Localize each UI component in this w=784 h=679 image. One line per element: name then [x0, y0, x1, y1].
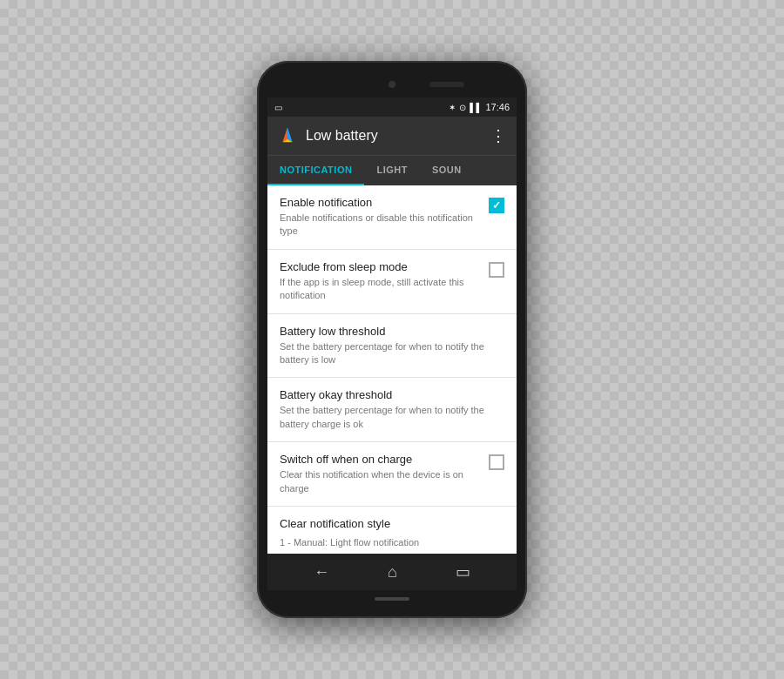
checkbox-exclude-sleep[interactable] [489, 262, 504, 278]
setting-switch-off-charge-title: Switch off when on charge [280, 453, 482, 466]
clear-notification-list: 1 - Manual: Light flow notification 2 - … [280, 535, 504, 554]
setting-enable-notification-title: Enable notification [280, 196, 482, 209]
setting-enable-notification[interactable]: Enable notification Enable notifications… [267, 185, 517, 250]
app-bar: Low battery ⋮ [267, 117, 517, 155]
status-bar: ▭ ✶ ⊙ ▌▌ 17:46 [267, 97, 517, 117]
setting-exclude-sleep-desc: If the app is in sleep mode, still activ… [280, 276, 482, 303]
wifi-icon: ⊙ [459, 103, 466, 112]
phone-device: ▭ ✶ ⊙ ▌▌ 17:46 Low battery ⋮ NOTIFICATIO… [257, 61, 527, 618]
camera [389, 81, 395, 88]
clear-list-item-1: 1 - Manual: Light flow notification [280, 535, 504, 551]
checkbox-enable-notification[interactable] [489, 198, 504, 213]
status-time: 17:46 [485, 102, 510, 112]
status-left-icons: ▭ [274, 103, 282, 112]
tabs-bar: NOTIFICATION LIGHT SOUN [267, 155, 517, 185]
tab-sound[interactable]: SOUN [420, 156, 474, 185]
setting-battery-okay-desc: Set the battery percentage for when to n… [280, 404, 504, 431]
app-title: Low battery [306, 128, 490, 144]
bottom-nav: ← ⌂ ▭ [267, 554, 517, 590]
recent-apps-button[interactable]: ▭ [456, 562, 470, 582]
setting-battery-low[interactable]: Battery low threshold Set the battery pe… [267, 314, 517, 379]
setting-switch-off-charge[interactable]: Switch off when on charge Clear this not… [267, 442, 517, 507]
setting-battery-low-title: Battery low threshold [280, 325, 504, 338]
back-button[interactable]: ← [314, 563, 329, 582]
settings-content[interactable]: Enable notification Enable notifications… [267, 185, 517, 554]
speaker [429, 82, 464, 87]
setting-battery-low-desc: Set the battery percentage for when to n… [280, 340, 504, 367]
setting-switch-off-charge-desc: Clear this notification when the device … [280, 468, 482, 495]
setting-exclude-sleep-title: Exclude from sleep mode [280, 260, 482, 273]
setting-battery-okay-title: Battery okay threshold [280, 388, 504, 401]
setting-exclude-sleep[interactable]: Exclude from sleep mode If the app is in… [267, 250, 517, 314]
bluetooth-icon: ✶ [449, 103, 456, 112]
tab-light[interactable]: LIGHT [364, 156, 420, 185]
app-logo [278, 126, 297, 145]
signal-icon: ▌▌ [470, 103, 482, 112]
setting-enable-notification-desc: Enable notifications or disable this not… [280, 212, 482, 239]
checkbox-switch-off-charge[interactable] [489, 454, 504, 470]
menu-icon[interactable]: ⋮ [490, 126, 506, 145]
tab-notification[interactable]: NOTIFICATION [267, 156, 364, 185]
notification-icon: ▭ [274, 103, 282, 112]
clear-notification-title: Clear notification style [280, 517, 504, 530]
home-indicator [375, 597, 409, 601]
setting-battery-okay[interactable]: Battery okay threshold Set the battery p… [267, 378, 517, 442]
clear-notification-section[interactable]: Clear notification style 1 - Manual: Lig… [267, 507, 517, 554]
phone-top-bar [267, 71, 517, 97]
phone-bottom [375, 590, 409, 608]
phone-screen: ▭ ✶ ⊙ ▌▌ 17:46 Low battery ⋮ NOTIFICATIO… [267, 97, 517, 590]
home-button[interactable]: ⌂ [388, 563, 397, 582]
